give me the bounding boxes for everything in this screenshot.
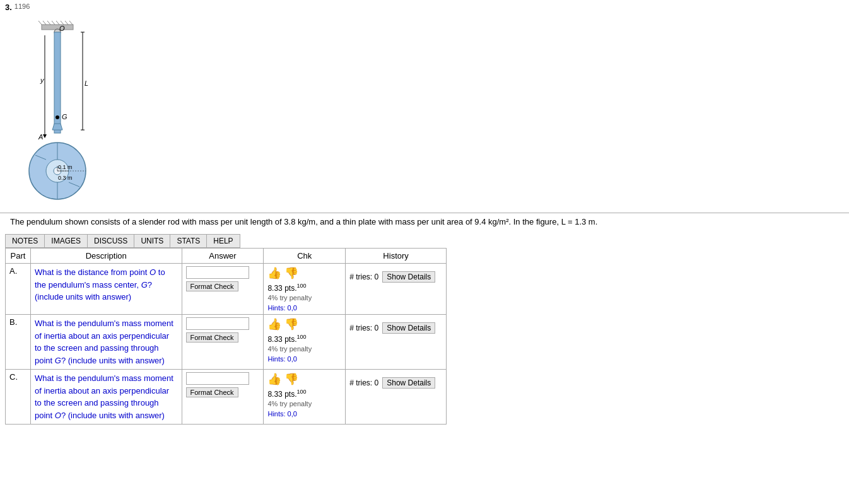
answer-table: Part Description Answer Chk History A. W… [5, 248, 447, 425]
show-details-c[interactable]: Show Details [382, 377, 435, 389]
svg-line-3 [47, 21, 50, 25]
tries-label-c: # tries: 0 [349, 378, 378, 387]
svg-text:0.3 m: 0.3 m [58, 175, 73, 181]
svg-line-7 [65, 21, 68, 25]
pts-a: 8.33 pts.100 [267, 283, 341, 293]
answer-input-b[interactable] [186, 317, 249, 330]
tries-label-b: # tries: 0 [349, 324, 378, 332]
format-check-c[interactable]: Format Check [186, 387, 238, 397]
answer-cell-b: Format Check [182, 315, 264, 370]
format-check-a[interactable]: Format Check [186, 281, 238, 291]
penalty-a: 4% try penalty [267, 294, 341, 302]
toolbar-stats[interactable]: STATS [170, 235, 207, 247]
svg-text:O: O [59, 25, 65, 32]
pendulum-figure: O y L G A 0.1 m [10, 20, 111, 206]
figure-area: O y L G A 0.1 m [0, 15, 849, 213]
answer-input-c[interactable] [186, 372, 249, 385]
chk-cell-a: 👍 👎 8.33 pts.100 4% try penalty Hints: 0… [264, 264, 346, 315]
history-cell-b: # tries: 0 Show Details [346, 315, 447, 370]
svg-marker-12 [52, 124, 62, 130]
table-row: A. What is the distance from point O to … [6, 264, 447, 315]
toolbar-notes[interactable]: NOTES [6, 235, 45, 247]
svg-text:L: L [85, 79, 88, 87]
svg-point-19 [56, 115, 59, 119]
description-a: What is the distance from point O to the… [30, 264, 182, 315]
pts-c: 8.33 pts.100 [267, 389, 341, 399]
history-cell-a: # tries: 0 Show Details [346, 264, 447, 315]
answer-cell-a: Format Check [182, 264, 264, 315]
hints-b[interactable]: Hints: 0,0 [267, 355, 341, 363]
answer-input-a[interactable] [186, 266, 249, 279]
svg-text:0.1 m: 0.1 m [58, 164, 73, 170]
svg-line-4 [52, 21, 55, 25]
header-description: Description [30, 249, 182, 264]
problem-id: 1196 [15, 3, 30, 12]
answer-cell-c: Format Check [182, 370, 264, 425]
thumbdown-b[interactable]: 👎 [284, 318, 298, 331]
description-c: What is the pendulum's mass moment of in… [30, 370, 182, 425]
header-chk: Chk [264, 249, 346, 264]
thumbdown-a[interactable]: 👎 [284, 267, 298, 279]
header-history: History [346, 249, 447, 264]
svg-text:G: G [62, 113, 67, 120]
show-details-b[interactable]: Show Details [382, 322, 435, 334]
toolbar-discuss[interactable]: DISCUSS [88, 235, 134, 247]
problem-description: The pendulum shown consists of a slender… [0, 213, 849, 231]
toolbar-units[interactable]: UNITS [134, 235, 170, 247]
thumbup-b[interactable]: 👍 [267, 318, 281, 331]
problem-number: 3. [5, 3, 12, 12]
description-b: What is the pendulum's mass moment of in… [30, 315, 182, 370]
hints-a[interactable]: Hints: 0,0 [267, 304, 341, 312]
table-row: C. What is the pendulum's mass moment of… [6, 370, 447, 425]
thumbup-a[interactable]: 👍 [267, 267, 281, 279]
svg-line-8 [69, 21, 73, 25]
pts-b: 8.33 pts.100 [267, 334, 341, 344]
chk-cell-b: 👍 👎 8.33 pts.100 4% try penalty Hints: 0… [264, 315, 346, 370]
table-row: B. What is the pendulum's mass moment of… [6, 315, 447, 370]
penalty-c: 4% try penalty [267, 400, 341, 407]
format-check-b[interactable]: Format Check [186, 332, 238, 343]
toolbar-help[interactable]: HELP [207, 235, 239, 247]
part-label-b: B. [6, 315, 31, 370]
toolbar-images[interactable]: IMAGES [45, 235, 88, 247]
chk-cell-c: 👍 👎 8.33 pts.100 4% try penalty Hints: 0… [264, 370, 346, 425]
toolbar: NOTES IMAGES DISCUSS UNITS STATS HELP [5, 234, 240, 248]
show-details-a[interactable]: Show Details [382, 271, 435, 283]
svg-line-2 [43, 21, 46, 25]
header-part: Part [6, 249, 31, 264]
history-cell-c: # tries: 0 Show Details [346, 370, 447, 425]
part-label-c: C. [6, 370, 31, 425]
svg-line-1 [38, 21, 42, 25]
svg-text:y: y [40, 76, 45, 84]
hints-c[interactable]: Hints: 0,0 [267, 410, 341, 418]
tries-label-a: # tries: 0 [349, 273, 378, 281]
part-label-a: A. [6, 264, 31, 315]
header-answer: Answer [182, 249, 264, 264]
thumbup-c[interactable]: 👍 [267, 373, 281, 385]
svg-text:A: A [38, 133, 43, 141]
penalty-b: 4% try penalty [267, 345, 341, 353]
thumbdown-c[interactable]: 👎 [284, 373, 298, 385]
